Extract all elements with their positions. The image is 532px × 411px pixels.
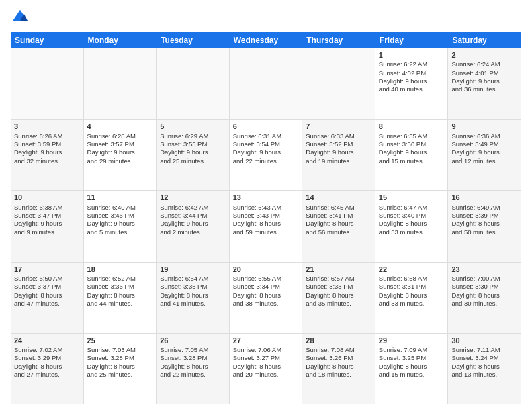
cal-cell: 13Sunrise: 6:43 AMSunset: 3:43 PMDayligh…: [230, 191, 303, 261]
day-number: 17: [14, 265, 80, 274]
cal-cell: 5Sunrise: 6:29 AMSunset: 3:55 PMDaylight…: [157, 120, 230, 190]
day-info: Sunrise: 6:29 AM: [160, 132, 226, 140]
day-info: and 19 minutes.: [306, 157, 371, 165]
header-day-thursday: Thursday: [302, 32, 375, 48]
day-info: Daylight: 8 hours: [160, 291, 226, 300]
week-row-1: 3Sunrise: 6:26 AMSunset: 3:59 PMDaylight…: [11, 120, 521, 191]
day-info: Sunrise: 6:57 AM: [306, 275, 371, 283]
cal-cell: 18Sunrise: 6:52 AMSunset: 3:36 PMDayligh…: [84, 263, 157, 333]
day-info: Sunset: 3:50 PM: [379, 140, 445, 148]
day-info: Daylight: 8 hours: [451, 291, 518, 300]
day-info: Sunset: 3:54 PM: [233, 140, 299, 148]
day-number: 1: [379, 50, 445, 60]
day-number: 16: [451, 193, 518, 202]
cal-cell: 24Sunrise: 7:02 AMSunset: 3:29 PMDayligh…: [11, 334, 84, 404]
day-info: Sunset: 3:28 PM: [160, 354, 226, 362]
cal-cell: 20Sunrise: 6:55 AMSunset: 3:34 PMDayligh…: [230, 263, 303, 333]
day-number: 6: [233, 122, 299, 131]
day-info: Sunrise: 6:58 AM: [379, 275, 445, 283]
day-info: Sunset: 3:35 PM: [160, 283, 226, 291]
day-info: Sunset: 3:49 PM: [451, 140, 518, 148]
day-info: Daylight: 9 hours: [451, 148, 518, 156]
week-row-2: 10Sunrise: 6:38 AMSunset: 3:47 PMDayligh…: [11, 191, 521, 262]
day-number: 13: [233, 193, 299, 202]
day-info: Sunset: 3:30 PM: [451, 283, 518, 291]
day-number: 15: [379, 193, 445, 202]
cal-cell: 23Sunrise: 7:00 AMSunset: 3:30 PMDayligh…: [448, 263, 521, 333]
cal-cell: 21Sunrise: 6:57 AMSunset: 3:33 PMDayligh…: [302, 263, 375, 333]
cal-cell: 29Sunrise: 7:09 AMSunset: 3:25 PMDayligh…: [375, 334, 449, 404]
day-info: Daylight: 9 hours: [451, 77, 518, 85]
day-info: Sunrise: 6:55 AM: [233, 275, 299, 283]
cal-cell: 6Sunrise: 6:31 AMSunset: 3:54 PMDaylight…: [230, 120, 303, 190]
day-info: Daylight: 8 hours: [451, 220, 518, 228]
day-info: and 56 minutes.: [306, 228, 371, 236]
day-info: Sunrise: 6:24 AM: [451, 60, 518, 68]
day-info: and 15 minutes.: [379, 157, 445, 165]
day-info: Sunrise: 6:28 AM: [87, 132, 153, 140]
day-info: Sunrise: 6:35 AM: [379, 132, 445, 140]
day-info: Sunset: 3:43 PM: [233, 212, 299, 220]
cal-cell: 9Sunrise: 6:36 AMSunset: 3:49 PMDaylight…: [448, 120, 521, 190]
cal-cell: 12Sunrise: 6:42 AMSunset: 3:44 PMDayligh…: [157, 191, 230, 261]
day-info: Sunrise: 7:11 AM: [451, 346, 518, 354]
day-number: 24: [14, 336, 80, 345]
day-info: Sunrise: 7:08 AM: [306, 346, 371, 354]
day-info: Daylight: 9 hours: [379, 148, 445, 156]
day-info: and 15 minutes.: [379, 371, 445, 379]
cal-cell: [11, 48, 84, 119]
header-day-wednesday: Wednesday: [230, 32, 303, 48]
day-info: and 2 minutes.: [160, 228, 226, 236]
day-info: Daylight: 9 hours: [306, 148, 371, 156]
day-info: Sunset: 4:02 PM: [379, 69, 445, 77]
day-info: Sunrise: 6:47 AM: [379, 203, 445, 212]
day-info: and 22 minutes.: [160, 371, 226, 379]
day-info: Sunset: 3:24 PM: [451, 354, 518, 362]
day-info: and 38 minutes.: [233, 300, 299, 308]
day-info: Sunset: 3:34 PM: [233, 283, 299, 291]
header-day-sunday: Sunday: [11, 32, 84, 48]
day-number: 25: [87, 336, 153, 345]
day-info: and 59 minutes.: [233, 228, 299, 236]
day-number: 30: [451, 336, 518, 345]
header: [11, 8, 521, 27]
week-row-3: 17Sunrise: 6:50 AMSunset: 3:37 PMDayligh…: [11, 263, 521, 334]
cal-cell: 28Sunrise: 7:08 AMSunset: 3:26 PMDayligh…: [302, 334, 375, 404]
day-info: and 12 minutes.: [451, 157, 518, 165]
day-number: 28: [306, 336, 371, 345]
cal-cell: 8Sunrise: 6:35 AMSunset: 3:50 PMDaylight…: [375, 120, 449, 190]
day-info: Daylight: 8 hours: [87, 363, 153, 371]
day-number: 26: [160, 336, 226, 345]
day-number: 21: [306, 265, 371, 274]
day-info: Daylight: 9 hours: [14, 148, 80, 156]
day-info: Daylight: 8 hours: [233, 291, 299, 300]
day-info: Daylight: 8 hours: [233, 220, 299, 228]
day-info: Daylight: 8 hours: [379, 220, 445, 228]
day-info: Daylight: 9 hours: [160, 220, 226, 228]
day-info: Sunrise: 6:43 AM: [233, 203, 299, 212]
day-info: Sunset: 3:36 PM: [87, 283, 153, 291]
day-info: Sunrise: 7:03 AM: [87, 346, 153, 354]
cal-cell: 22Sunrise: 6:58 AMSunset: 3:31 PMDayligh…: [375, 263, 449, 333]
day-info: Sunset: 3:57 PM: [87, 140, 153, 148]
day-info: and 20 minutes.: [233, 371, 299, 379]
day-info: Sunrise: 7:02 AM: [14, 346, 80, 354]
day-info: Sunset: 3:33 PM: [306, 283, 371, 291]
day-info: Daylight: 9 hours: [379, 77, 445, 85]
day-info: and 35 minutes.: [306, 300, 371, 308]
cal-cell: 3Sunrise: 6:26 AMSunset: 3:59 PMDaylight…: [11, 120, 84, 190]
day-info: and 25 minutes.: [87, 371, 153, 379]
day-number: 10: [14, 193, 80, 202]
header-day-monday: Monday: [84, 32, 157, 48]
day-info: Sunset: 3:55 PM: [160, 140, 226, 148]
day-info: Sunrise: 6:31 AM: [233, 132, 299, 140]
day-info: Sunset: 3:29 PM: [14, 354, 80, 362]
day-info: and 41 minutes.: [160, 300, 226, 308]
cal-cell: 30Sunrise: 7:11 AMSunset: 3:24 PMDayligh…: [448, 334, 521, 404]
day-info: and 40 minutes.: [379, 85, 445, 93]
day-info: Sunset: 4:01 PM: [451, 69, 518, 77]
day-info: Sunset: 3:46 PM: [87, 212, 153, 220]
logo: [11, 8, 32, 27]
day-info: Daylight: 8 hours: [160, 363, 226, 371]
calendar: SundayMondayTuesdayWednesdayThursdayFrid…: [11, 32, 521, 404]
